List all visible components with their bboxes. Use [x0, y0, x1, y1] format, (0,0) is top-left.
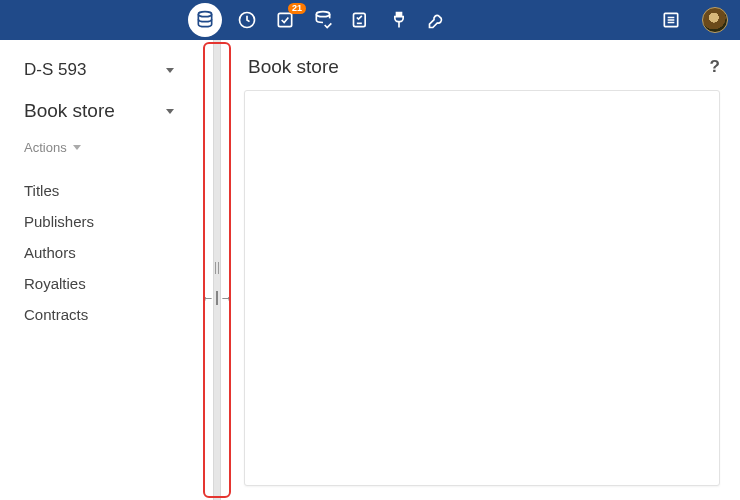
actions-label: Actions	[24, 140, 67, 155]
splitter-handle[interactable]	[213, 40, 221, 500]
plug-icon[interactable]	[386, 7, 412, 33]
chevron-down-icon	[166, 68, 174, 73]
badge-count: 21	[288, 3, 306, 14]
actions-menu[interactable]: Actions	[20, 136, 180, 175]
list-icon[interactable]	[658, 7, 684, 33]
connection-label: D-S 593	[24, 60, 86, 80]
history-icon[interactable]	[234, 7, 260, 33]
svg-rect-4	[354, 13, 366, 26]
avatar[interactable]	[702, 7, 728, 33]
sidebar-item-contracts[interactable]: Contracts	[20, 299, 180, 330]
db-check-icon[interactable]	[310, 7, 336, 33]
page-title: Book store	[248, 56, 339, 78]
checklist-icon[interactable]	[348, 7, 374, 33]
main-panel: Book store ?	[234, 40, 740, 500]
chevron-down-icon	[166, 109, 174, 114]
sidebar-item-authors[interactable]: Authors	[20, 237, 180, 268]
splitter-grip-icon	[215, 262, 219, 274]
database-icon[interactable]	[188, 3, 222, 37]
svg-point-0	[198, 12, 211, 17]
connection-selector[interactable]: D-S 593	[20, 54, 180, 94]
svg-point-3	[316, 12, 329, 17]
schema-label: Book store	[24, 100, 115, 122]
sidebar-item-royalties[interactable]: Royalties	[20, 268, 180, 299]
sidebar: D-S 593 Book store Actions Titles Publis…	[0, 40, 200, 500]
wrench-icon[interactable]	[424, 7, 450, 33]
toolbar-right-group	[658, 7, 728, 33]
content-area: D-S 593 Book store Actions Titles Publis…	[0, 40, 740, 500]
schema-selector[interactable]: Book store	[20, 94, 180, 136]
help-button[interactable]: ?	[710, 57, 720, 77]
sidebar-item-titles[interactable]: Titles	[20, 175, 180, 206]
top-toolbar: 21	[0, 0, 740, 40]
tasks-icon[interactable]: 21	[272, 7, 298, 33]
sidebar-item-publishers[interactable]: Publishers	[20, 206, 180, 237]
chevron-down-icon	[73, 145, 81, 150]
main-header: Book store ?	[234, 40, 740, 90]
main-content-card	[244, 90, 720, 486]
svg-rect-2	[278, 13, 291, 26]
splitter-region: ←→	[200, 40, 234, 500]
toolbar-left-group: 21	[188, 3, 450, 37]
